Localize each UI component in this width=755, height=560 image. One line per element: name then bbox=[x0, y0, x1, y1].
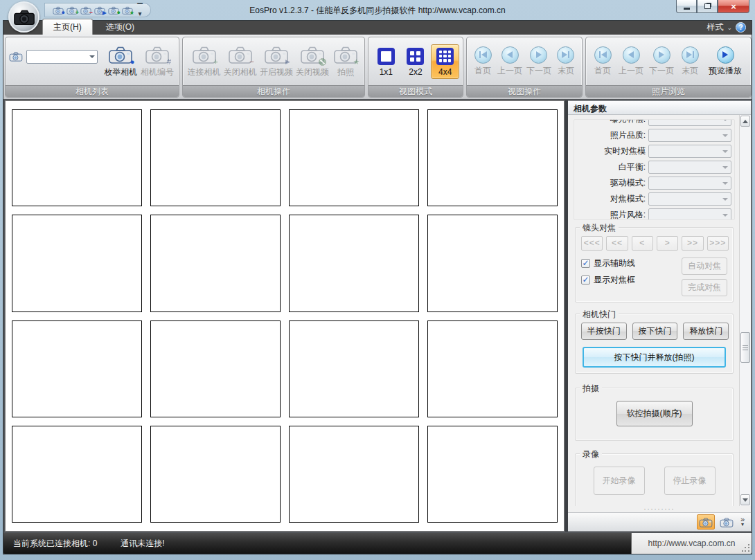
stop-record-button[interactable]: 停止录像 bbox=[664, 467, 716, 495]
view-last-page-button[interactable]: 末页 bbox=[553, 45, 578, 78]
scroll-up-button[interactable] bbox=[740, 116, 750, 127]
group-label-camera-list: 相机列表 bbox=[6, 85, 179, 97]
chevron-down-icon: ▾ bbox=[741, 522, 744, 527]
view-next-page-button[interactable]: 下一页 bbox=[524, 45, 553, 78]
resize-grip-icon[interactable] bbox=[742, 544, 750, 552]
horizontal-splitter-handle[interactable]: ········· bbox=[568, 506, 751, 512]
live-focus-mode-combobox[interactable] bbox=[648, 145, 731, 158]
ribbon-group-view-mode: 1x1 2x2 4x4 视图模式 bbox=[368, 37, 463, 98]
view-prev-page-button[interactable]: 上一页 bbox=[495, 45, 524, 78]
scroll-thumb[interactable] bbox=[740, 332, 750, 363]
restore-button[interactable] bbox=[697, 0, 718, 13]
drive-mode-combobox[interactable] bbox=[648, 177, 731, 190]
camera-view-cell[interactable] bbox=[12, 426, 142, 523]
focus-far-2-button[interactable]: << bbox=[606, 236, 628, 251]
app-menu-button[interactable] bbox=[8, 1, 39, 33]
photo-next-page-button[interactable]: 下一页 bbox=[646, 45, 677, 78]
soft-capture-button[interactable]: 软控拍摄(顺序) bbox=[616, 401, 693, 426]
focus-near-3-button[interactable]: >>> bbox=[707, 236, 729, 251]
camera-params-toggle-button[interactable] bbox=[697, 514, 715, 530]
scroll-down-button[interactable] bbox=[740, 494, 750, 505]
camera-view-cell[interactable] bbox=[150, 320, 281, 417]
next-page-icon bbox=[653, 46, 670, 64]
help-icon[interactable]: ? bbox=[736, 22, 746, 33]
release-shutter-button[interactable]: 释放快门 bbox=[683, 323, 729, 340]
finish-focus-button[interactable]: 完成对焦 bbox=[682, 279, 727, 296]
camera-view-cell[interactable] bbox=[427, 426, 558, 523]
panel-scrollbar[interactable] bbox=[739, 115, 751, 506]
ribbon-tab-strip: 主页(H) 选项(O) 样式 ⌄ ? bbox=[3, 21, 752, 35]
close-video-button[interactable]: 关闭视频 bbox=[295, 43, 330, 80]
first-page-icon bbox=[594, 46, 612, 64]
camera-view-cell[interactable] bbox=[289, 215, 419, 311]
scroll-track[interactable] bbox=[740, 127, 751, 494]
camera-numbering-icon bbox=[145, 44, 170, 65]
camera-view-cell[interactable] bbox=[427, 215, 558, 311]
ribbon-group-photo-browse: 首页 上一页 下一页 末页 bbox=[585, 37, 752, 98]
enumerate-cameras-button[interactable]: ● 枚举相机 bbox=[103, 43, 139, 80]
grid-2x2-icon bbox=[407, 48, 424, 65]
view-mode-4x4-button[interactable]: 4x4 bbox=[431, 44, 459, 79]
connected-cameras-status: 当前系统已连接相机: 0 bbox=[13, 538, 97, 550]
chevron-down-icon[interactable]: ⌄ bbox=[727, 24, 732, 31]
picture-style-combobox[interactable] bbox=[648, 208, 731, 220]
take-photo-button[interactable]: ★ 拍照 bbox=[331, 43, 361, 80]
focus-far-3-button[interactable]: <<< bbox=[581, 236, 603, 251]
camera-view-cell[interactable] bbox=[12, 215, 142, 311]
photo-prev-page-button[interactable]: 上一页 bbox=[616, 45, 646, 78]
half-press-shutter-button[interactable]: 半按快门 bbox=[581, 323, 627, 340]
focus-near-1-button[interactable]: > bbox=[657, 236, 678, 251]
camera-view-cell[interactable] bbox=[150, 109, 281, 206]
camera-timer-toggle-button[interactable] bbox=[718, 514, 736, 530]
minimize-button[interactable] bbox=[676, 0, 697, 13]
group-label-photo-browse: 照片浏览 bbox=[586, 85, 751, 97]
view-first-page-button[interactable]: 首页 bbox=[470, 45, 495, 78]
grid-1x1-icon bbox=[378, 48, 395, 65]
camera-view-cell[interactable] bbox=[12, 109, 142, 206]
camera-view-cell[interactable] bbox=[12, 320, 142, 417]
open-video-button[interactable]: ▶ 开启视频 bbox=[258, 43, 294, 80]
photo-first-page-button[interactable]: 首页 bbox=[589, 45, 616, 78]
show-guides-checkbox[interactable]: ✓ 显示辅助线 bbox=[581, 258, 635, 269]
press-and-release-shutter-button[interactable]: 按下快门并释放(拍照) bbox=[583, 347, 725, 368]
shoot-title: 拍摄 bbox=[580, 383, 602, 395]
close-button[interactable]: × bbox=[718, 0, 749, 13]
camera-view-cell[interactable] bbox=[289, 109, 419, 206]
tab-home[interactable]: 主页(H) bbox=[42, 19, 93, 35]
show-focus-frame-checkbox[interactable]: ✓ 显示对焦框 bbox=[581, 274, 635, 286]
camera-view-cell[interactable] bbox=[427, 320, 558, 417]
param-label: 白平衡: bbox=[619, 161, 646, 173]
camera-view-cell[interactable] bbox=[289, 320, 419, 417]
close-icon: × bbox=[731, 1, 736, 12]
photo-quality-combobox[interactable] bbox=[648, 129, 731, 142]
connect-camera-button[interactable]: + 连接相机 bbox=[186, 43, 222, 80]
press-shutter-button[interactable]: 按下快门 bbox=[632, 323, 678, 340]
tab-options[interactable]: 选项(O) bbox=[96, 19, 145, 35]
view-mode-2x2-button[interactable]: 2x2 bbox=[402, 45, 430, 78]
scroll-down-icon bbox=[743, 498, 748, 502]
camera-select-combobox[interactable] bbox=[26, 50, 98, 64]
focus-near-2-button[interactable]: >> bbox=[682, 236, 703, 251]
close-camera-button[interactable]: − 关闭相机 bbox=[222, 43, 258, 80]
camera-view-cell[interactable] bbox=[150, 426, 281, 523]
view-mode-1x1-button[interactable]: 1x1 bbox=[372, 45, 400, 78]
status-bar: 当前系统已连接相机: 0 通讯未连接! http://www.vcap.com.… bbox=[3, 533, 752, 554]
camera-view-cell[interactable] bbox=[427, 109, 558, 206]
white-balance-combobox[interactable] bbox=[648, 161, 731, 174]
exposure-combobox[interactable] bbox=[648, 119, 731, 126]
start-record-button[interactable]: 开始录像 bbox=[594, 467, 645, 495]
status-left: 当前系统已连接相机: 0 通讯未连接! bbox=[3, 533, 631, 554]
auto-focus-button[interactable]: 自动对焦 bbox=[682, 258, 727, 275]
panel-title: 相机参数 bbox=[568, 101, 751, 115]
camera-numbering-button[interactable]: # 相机编号 bbox=[139, 43, 175, 80]
preview-play-button[interactable]: 预览播放 bbox=[703, 45, 747, 78]
param-label: 照片品质: bbox=[610, 129, 646, 141]
status-url[interactable]: http://www.vcap.com.cn bbox=[648, 539, 735, 548]
focus-mode-combobox[interactable] bbox=[648, 192, 731, 206]
focus-far-1-button[interactable]: < bbox=[632, 236, 653, 251]
style-menu[interactable]: 样式 bbox=[707, 21, 723, 33]
camera-view-cell[interactable] bbox=[289, 426, 419, 523]
panel-overflow-button[interactable]: » ▾ bbox=[738, 517, 747, 527]
photo-last-page-button[interactable]: 末页 bbox=[677, 45, 703, 78]
camera-view-cell[interactable] bbox=[150, 215, 281, 311]
